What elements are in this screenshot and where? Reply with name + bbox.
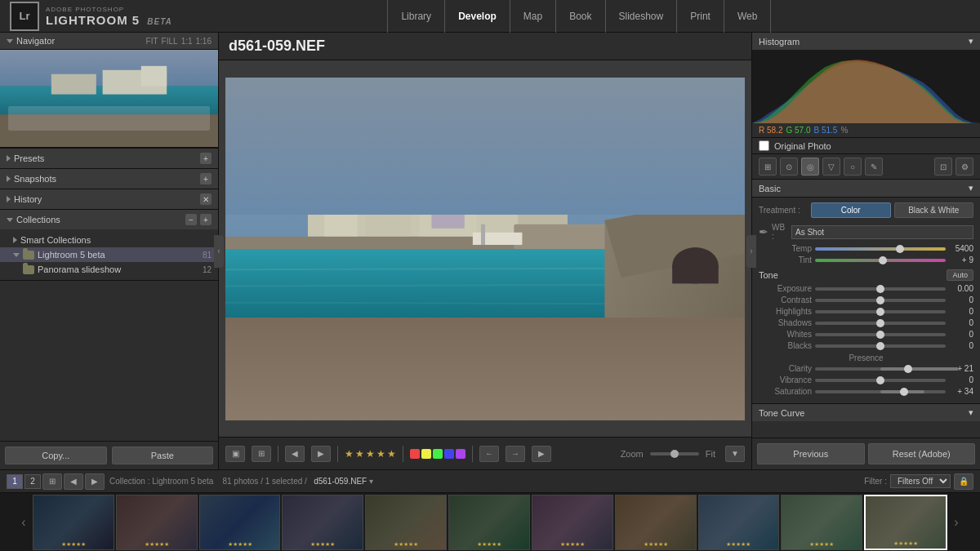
filmstrip-next-btn[interactable]: › [949,495,964,549]
tint-slider[interactable] [815,259,946,262]
contrast-slider[interactable] [815,299,946,302]
next-page-btn[interactable]: ▶ [85,473,105,490]
star-rating[interactable]: ★ ★ ★ ★ ★ [345,448,396,460]
lr5-beta-collection-item[interactable]: Lightroom 5 beta 81 [0,247,218,262]
fit-btn[interactable]: ▼ [725,446,745,462]
color-treatment-btn[interactable]: Color [811,202,891,218]
thumbnail-9[interactable]: ★★★★★ [698,495,780,550]
selected-filename[interactable]: d561-059.NEF [314,477,367,486]
collections-add-btn[interactable]: + [200,214,212,225]
next-arrow-btn[interactable]: → [506,446,525,462]
wb-select[interactable]: As Shot Auto Daylight Cloudy Custom [791,225,973,239]
saturation-value: + 34 [949,387,973,396]
smart-collections-expand-icon [13,237,17,243]
presets-add-btn[interactable]: + [200,153,212,164]
snapshots-header[interactable]: Snapshots + [0,169,218,189]
nav-web[interactable]: Web [724,0,771,33]
collections-header[interactable]: Collections − + [0,210,218,229]
svg-point-10 [539,117,654,158]
prev-page-btn[interactable]: ◀ [64,473,83,490]
smart-collections-item[interactable]: Smart Collections [0,233,218,247]
exposure-slider[interactable] [815,287,946,291]
crop-tool-btn[interactable]: ⊞ [759,158,777,176]
thumbnail-5[interactable]: ★★★★★ [365,495,447,550]
color-purple[interactable] [456,449,466,459]
spot-removal-btn[interactable]: ⊙ [780,158,798,176]
play-btn[interactable]: ▶ [532,446,551,462]
filter-select[interactable]: Filters Off Flagged Rated Colored [890,474,951,488]
thumbnail-10[interactable]: ★★★★★ [781,495,862,550]
prev-arrow-btn[interactable]: ← [479,446,499,462]
filmstrip-prev-btn[interactable]: ‹ [16,495,31,549]
zoom-1-16[interactable]: 1:16 [196,37,212,46]
nav-slideshow[interactable]: Slideshow [606,0,678,33]
page-2-btn[interactable]: 2 [24,474,41,489]
highlights-slider[interactable] [815,310,946,313]
reset-button[interactable]: Reset (Adobe) [868,443,976,464]
red-eye-btn[interactable]: ◎ [801,158,819,176]
navigator-header[interactable]: Navigator FIT FILL 1:1 1:16 [0,33,218,50]
right-panel-collapse-btn[interactable]: › [746,235,756,268]
color-blue[interactable] [444,449,454,459]
grid-view-btn[interactable]: ⊞ [252,446,271,462]
zoom-slider[interactable] [650,452,699,455]
next-photo-btn[interactable]: ▶ [311,446,331,462]
before-after-btn[interactable]: ⊡ [934,158,952,176]
temp-slider[interactable] [815,247,946,251]
graduated-filter-btn[interactable]: ▽ [822,158,840,176]
zoom-fit[interactable]: FIT [146,37,158,46]
thumbnail-7[interactable]: ★★★★★ [532,495,613,550]
bw-treatment-btn[interactable]: Black & White [894,202,974,218]
presets-header[interactable]: Presets + [0,149,218,168]
blacks-slider[interactable] [815,344,946,348]
basic-section-header[interactable]: Basic ▾ [752,180,980,198]
auto-btn[interactable]: Auto [947,269,973,281]
tone-curve-header[interactable]: Tone Curve ▾ [752,403,980,421]
zoom-1-1[interactable]: 1:1 [181,37,193,46]
grid-layout-btn[interactable]: ⊞ [42,473,62,490]
vibrance-slider[interactable] [815,379,946,382]
panorama-slideshow-item[interactable]: Panorama slideshow 12 [0,262,218,277]
thumbnail-2[interactable]: ★★★★★ [116,495,198,550]
thumbnail-4[interactable]: ★★★★★ [282,495,363,550]
collections-remove-btn[interactable]: − [185,214,197,225]
zoom-fill[interactable]: FILL [162,37,178,46]
filter-lock-btn[interactable]: 🔒 [954,473,973,490]
color-green[interactable] [433,449,443,459]
color-red[interactable] [410,449,420,459]
page-1-btn[interactable]: 1 [7,474,23,489]
nav-print[interactable]: Print [677,0,724,33]
left-panel-collapse-btn[interactable]: ‹ [214,235,224,268]
thumbnail-1[interactable]: ★★★★★ [33,495,114,550]
nav-library[interactable]: Library [387,0,445,33]
thumbnail-6[interactable]: ★★★★★ [448,495,530,550]
thumb-10-stars: ★★★★★ [809,541,834,548]
eyedropper-icon[interactable]: ✒ [759,225,768,238]
nav-book[interactable]: Book [556,0,605,33]
history-header[interactable]: History ✕ [0,189,218,209]
radial-filter-btn[interactable]: ○ [844,158,862,176]
photo-count: 81 photos / 1 selected / [222,477,306,486]
clarity-slider[interactable] [815,367,946,371]
settings-btn[interactable]: ⚙ [956,158,973,176]
adjustment-brush-btn[interactable]: ✎ [865,158,883,176]
nav-develop[interactable]: Develop [445,0,510,33]
history-clear-btn[interactable]: ✕ [200,193,212,205]
saturation-slider[interactable] [815,390,946,393]
paste-button[interactable]: Paste [112,447,214,464]
snapshots-add-btn[interactable]: + [200,173,212,184]
previous-button[interactable]: Previous [757,443,865,464]
whites-slider[interactable] [815,333,946,336]
filename-dropdown-icon[interactable]: ▾ [369,477,373,486]
copy-button[interactable]: Copy... [5,447,107,464]
thumbnail-11[interactable]: ★★★★★ [864,495,947,550]
thumbnail-3[interactable]: ★★★★★ [199,495,281,550]
nav-map[interactable]: Map [510,0,556,33]
color-yellow[interactable] [421,449,431,459]
view-mode-btn[interactable]: ▣ [225,446,245,462]
shadows-slider[interactable] [815,322,946,325]
original-photo-checkbox[interactable] [759,140,769,151]
histogram-header[interactable]: Histogram ▾ [752,33,980,50]
thumbnail-8[interactable]: ★★★★★ [615,495,697,550]
prev-photo-btn[interactable]: ◀ [285,446,305,462]
